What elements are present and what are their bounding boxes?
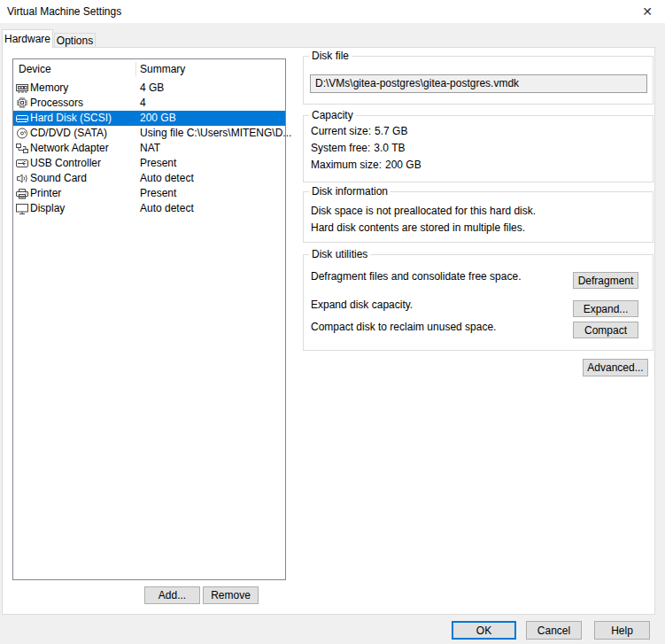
disk-utilities-group-label: Disk utilities bbox=[309, 248, 370, 260]
expand-button[interactable]: Expand... bbox=[573, 300, 638, 317]
cd-dvd-icon bbox=[15, 127, 29, 140]
device-row-cd-dvd[interactable]: CD/DVD (SATA) Using file C:\Users\MITENG… bbox=[13, 126, 285, 141]
processors-icon bbox=[15, 97, 29, 110]
disk-information-group-label: Disk information bbox=[309, 185, 390, 198]
hard-disk-icon bbox=[15, 112, 29, 125]
usb-controller-icon bbox=[15, 157, 29, 170]
memory-icon bbox=[15, 81, 29, 95]
column-header-device[interactable]: Device bbox=[19, 59, 51, 79]
title-bar: Virtual Machine Settings ✕ bbox=[0, 0, 665, 23]
add-button[interactable]: Add... bbox=[144, 586, 200, 604]
disk-file-path-field[interactable]: D:\VMs\gitea-postgres\gitea-postgres.vmd… bbox=[310, 74, 647, 93]
disk-info-line: Disk space is not preallocated for this … bbox=[311, 205, 536, 217]
tab-options[interactable]: Options bbox=[54, 33, 96, 48]
device-row-sound-card[interactable]: Sound Card Auto detect bbox=[13, 171, 285, 186]
help-button[interactable]: Help bbox=[594, 621, 650, 640]
disk-information-group: Disk information Disk space is not preal… bbox=[303, 191, 653, 243]
advanced-button[interactable]: Advanced... bbox=[583, 359, 648, 376]
capacity-group-label: Capacity bbox=[309, 109, 356, 121]
disk-file-group-label: Disk file bbox=[309, 50, 352, 62]
device-row-printer[interactable]: Printer Present bbox=[13, 186, 285, 201]
compact-button[interactable]: Compact bbox=[573, 322, 638, 338]
device-rows: Memory 4 GB Processors 4 Hard Disk (SCSI… bbox=[13, 81, 285, 216]
ok-button[interactable]: OK bbox=[452, 621, 516, 640]
expand-description: Expand disk capacity. bbox=[311, 299, 413, 311]
device-row-memory[interactable]: Memory 4 GB bbox=[13, 81, 285, 96]
disk-file-group: Disk file D:\VMs\gitea-postgres\gitea-po… bbox=[303, 56, 653, 105]
device-list[interactable]: Device Summary Memory 4 GB Processors 4 bbox=[12, 58, 286, 580]
column-header-summary[interactable]: Summary bbox=[140, 59, 185, 79]
maximum-size-row: Maximum size:200 GB bbox=[311, 159, 421, 171]
current-size-row: Current size:5.7 GB bbox=[311, 125, 407, 137]
capacity-group: Capacity Current size:5.7 GB System free… bbox=[303, 115, 653, 182]
system-free-row: System free:3.0 TB bbox=[311, 142, 406, 154]
device-row-network-adapter[interactable]: Network Adapter NAT bbox=[13, 141, 285, 156]
display-icon bbox=[15, 202, 29, 215]
close-icon[interactable]: ✕ bbox=[633, 0, 661, 23]
column-separator bbox=[135, 62, 136, 76]
printer-icon bbox=[15, 187, 29, 200]
device-row-hard-disk[interactable]: Hard Disk (SCSI) 200 GB bbox=[13, 111, 285, 126]
cancel-button[interactable]: Cancel bbox=[526, 621, 582, 640]
remove-button[interactable]: Remove bbox=[203, 586, 259, 604]
compact-description: Compact disk to reclaim unused space. bbox=[311, 321, 496, 333]
disk-utilities-group: Disk utilities Defragment files and cons… bbox=[303, 254, 653, 351]
hardware-tab-page: Device Summary Memory 4 GB Processors 4 bbox=[2, 47, 655, 615]
window-title: Virtual Machine Settings bbox=[7, 0, 121, 23]
defragment-description: Defragment files and consolidate free sp… bbox=[311, 270, 521, 283]
sound-card-icon bbox=[15, 172, 29, 185]
tab-hardware[interactable]: Hardware bbox=[2, 29, 53, 48]
device-row-usb-controller[interactable]: USB Controller Present bbox=[13, 156, 285, 171]
disk-info-line: Hard disk contents are stored in multipl… bbox=[311, 221, 525, 234]
defragment-button[interactable]: Defragment bbox=[573, 272, 638, 289]
network-adapter-icon bbox=[15, 142, 29, 155]
device-row-processors[interactable]: Processors 4 bbox=[13, 96, 285, 111]
device-row-display[interactable]: Display Auto detect bbox=[13, 201, 285, 216]
virtual-machine-settings-dialog: { "window": { "title": "Virtual Machine … bbox=[0, 0, 665, 644]
device-list-header: Device Summary bbox=[13, 59, 285, 79]
